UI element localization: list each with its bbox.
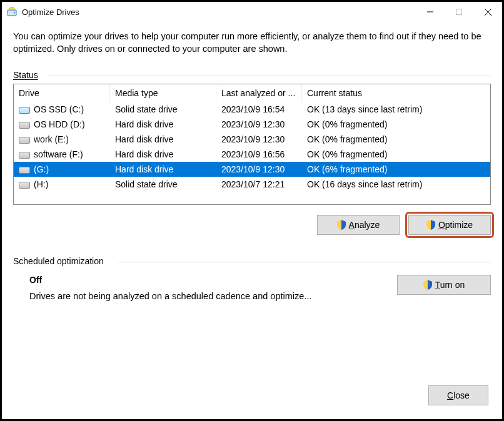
turn-on-button[interactable]: Turn on [397,275,491,295]
table-row[interactable]: OS SSD (C:)Solid state drive2023/10/9 16… [14,102,490,117]
maximize-button [445,2,473,21]
table-row[interactable]: (G:)Hard disk drive2023/10/9 12:30OK (6%… [14,162,490,177]
scheduled-section-label: Scheduled optimization [13,256,491,266]
col-last[interactable]: Last analyzed or ... [216,84,302,102]
status-section-label: Status [13,70,491,80]
drives-table: Drive Media type Last analyzed or ... Cu… [13,84,491,205]
window-title: Optimize Drives [22,7,79,17]
ssd-drive-icon [19,105,30,114]
cell-media: Hard disk drive [110,134,216,144]
drive-name: OS SSD (C:) [34,104,84,114]
cell-status: OK (13 days since last retrim) [302,104,490,114]
table-row[interactable]: OS HDD (D:)Hard disk drive2023/10/9 12:3… [14,117,490,132]
analyze-button[interactable]: Analyze [317,215,400,235]
shield-icon [423,280,432,290]
table-row[interactable]: work (E:)Hard disk drive2023/10/9 12:30O… [14,132,490,147]
svg-rect-3 [456,9,462,15]
cell-last: 2023/10/9 12:30 [216,134,302,144]
svg-point-1 [14,12,15,14]
close-button[interactable]: Close [428,385,488,405]
cell-media: Solid state drive [110,179,216,189]
shield-icon [426,220,435,230]
cell-media: Hard disk drive [110,149,216,159]
cell-media: Solid state drive [110,104,216,114]
title-bar: Optimize Drives [2,2,502,22]
cell-status: OK (0% fragmented) [302,119,490,129]
table-row[interactable]: (H:)Solid state drive2023/10/7 12:21OK (… [14,177,490,192]
cell-drive: OS SSD (C:) [14,104,110,114]
cell-drive: work (E:) [14,134,110,144]
minimize-button[interactable] [416,2,445,21]
hdd-drive-icon [19,135,30,144]
cell-status: OK (6% fragmented) [302,164,490,174]
app-icon [7,7,17,17]
cell-drive: OS HDD (D:) [14,119,110,129]
schedule-desc: Drives are not being analyzed on a sched… [29,291,385,301]
cell-status: OK (16 days since last retrim) [302,179,490,189]
intro-text: You can optimize your drives to help you… [13,31,491,55]
table-header: Drive Media type Last analyzed or ... Cu… [14,84,490,102]
cell-last: 2023/10/7 12:21 [216,179,302,189]
cell-drive: (G:) [14,164,110,174]
col-drive[interactable]: Drive [14,84,110,102]
cell-drive: (H:) [14,179,110,189]
cell-media: Hard disk drive [110,119,216,129]
cell-last: 2023/10/9 12:30 [216,119,302,129]
cell-last: 2023/10/9 16:54 [216,104,302,114]
drive-name: (H:) [34,179,48,189]
cell-status: OK (0% fragmented) [302,149,490,159]
shield-icon [337,220,346,230]
cell-status: OK (0% fragmented) [302,134,490,144]
col-media[interactable]: Media type [110,84,216,102]
cell-last: 2023/10/9 16:56 [216,149,302,159]
hdd-drive-icon [19,180,30,189]
schedule-state: Off [29,275,385,285]
optimize-button[interactable]: Optimize [408,215,491,235]
hdd-drive-icon [19,165,30,174]
hdd-drive-icon [19,150,30,159]
cell-last: 2023/10/9 12:30 [216,164,302,174]
cell-media: Hard disk drive [110,164,216,174]
drive-name: software (F:) [34,149,83,159]
hdd-drive-icon [19,120,30,129]
drive-name: work (E:) [34,134,69,144]
cell-drive: software (F:) [14,149,110,159]
drive-name: (G:) [34,164,49,174]
table-row[interactable]: software (F:)Hard disk drive2023/10/9 16… [14,147,490,162]
drive-name: OS HDD (D:) [34,119,85,129]
close-window-button[interactable] [473,2,502,21]
col-status[interactable]: Current status [302,84,490,102]
